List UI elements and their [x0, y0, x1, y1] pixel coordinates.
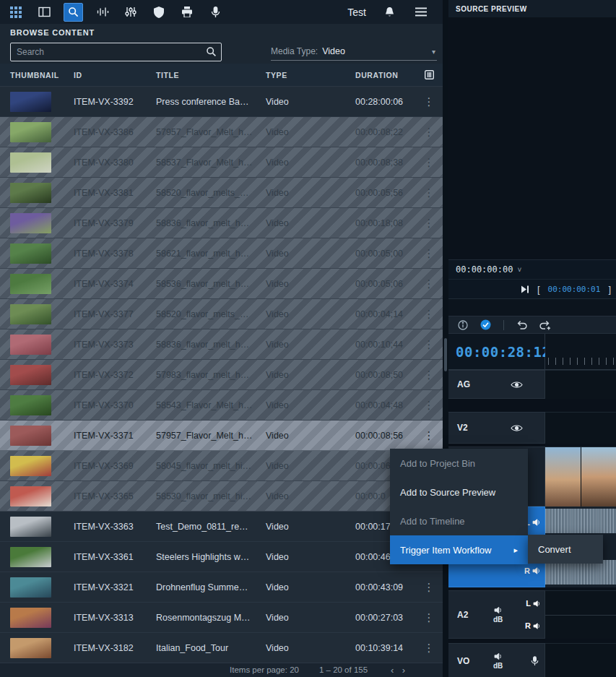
gain-control[interactable]: dB — [493, 606, 503, 623]
items-per-page-value[interactable]: 20 — [290, 665, 299, 674]
track-v2-lane[interactable] — [545, 412, 616, 444]
table-row[interactable]: ITEM-VX-3313 Rosenmontagszug M… Video 00… — [0, 603, 443, 633]
next-page-icon[interactable]: › — [399, 665, 408, 675]
row-menu-icon[interactable]: ⋮ — [424, 642, 435, 653]
eye-icon[interactable] — [511, 424, 523, 432]
table-row[interactable]: ITEM-VX-3381 58520_flavor_melts_… Video … — [0, 178, 443, 208]
prev-page-icon[interactable]: ‹ — [388, 665, 396, 675]
microphone-icon[interactable] — [531, 656, 539, 666]
row-menu-icon[interactable]: ⋮ — [424, 126, 435, 137]
table-row[interactable]: ITEM-VX-3370 58543_Flavor_Melt_h… Video … — [0, 390, 443, 421]
skip-end-icon[interactable] — [521, 285, 529, 293]
table-row[interactable]: ITEM-VX-3386 57957_Flavor_Melt_h… Video … — [0, 117, 443, 147]
row-menu-icon[interactable]: ⋮ — [424, 400, 435, 410]
row-menu-icon[interactable]: ⋮ — [424, 248, 435, 259]
check-circle-icon[interactable] — [480, 319, 491, 330]
timeline-ruler[interactable] — [545, 334, 616, 369]
table-row[interactable]: ITEM-VX-3361 Steelers Highlights w… Vide… — [0, 542, 443, 572]
column-settings-icon[interactable] — [425, 70, 434, 79]
track-v2-header[interactable]: V2 — [448, 412, 545, 444]
thumbnail — [10, 92, 51, 112]
track-ag-lane[interactable] — [545, 370, 616, 399]
table-row[interactable]: ITEM-VX-3392 Press conference Ba… Video … — [0, 87, 443, 117]
row-menu-icon[interactable]: ⋮ — [424, 339, 435, 350]
track-ag[interactable]: AG — [448, 370, 616, 399]
column-header-thumbnail[interactable]: THUMBNAIL — [0, 71, 64, 79]
row-menu-icon[interactable]: ⋮ — [424, 369, 435, 380]
shield-icon[interactable] — [150, 3, 168, 22]
column-header-id[interactable]: ID — [64, 71, 146, 79]
table-row[interactable]: ITEM-VX-3321 Drohnenflug Summe… Video 00… — [0, 572, 443, 603]
table-row[interactable]: ITEM-VX-3373 58836_flavor_melt_h… Video … — [0, 329, 443, 360]
row-menu-icon[interactable]: ⋮ — [424, 96, 435, 107]
source-preview-title: SOURCE PREVIEW — [456, 5, 527, 13]
track-ag-header[interactable]: AG — [448, 370, 545, 399]
undo-icon[interactable] — [516, 320, 527, 330]
add-sequence-icon[interactable] — [539, 320, 551, 330]
table-row[interactable]: ITEM-VX-3372 57983_flavor_melt_h… Video … — [0, 360, 443, 390]
table-row[interactable]: ITEM-VX-3365 58530_flavor_melt_hi… Video… — [0, 481, 443, 512]
audio-waveform-icon[interactable] — [94, 3, 111, 22]
item-type: Video — [256, 400, 345, 410]
playhead-timecode[interactable]: 00:00:28:12 — [448, 334, 545, 369]
video-clip-lane[interactable] — [545, 447, 616, 506]
track-vo[interactable]: VO dB — [448, 643, 616, 677]
column-header-duration[interactable]: DURATION — [345, 71, 419, 79]
menu-icon[interactable] — [412, 3, 430, 22]
panel-divider[interactable] — [443, 0, 448, 677]
item-id: ITEM-VX-3365 — [64, 491, 146, 501]
track-v2[interactable]: V2 — [448, 412, 616, 444]
table-row[interactable]: ITEM-VX-3378 58621_flavor_melt_h… Video … — [0, 238, 443, 269]
row-menu-icon[interactable]: ⋮ — [424, 309, 435, 319]
table-row[interactable]: ITEM-VX-3363 Test_Demo_0811_re… Video 00… — [0, 512, 443, 542]
track-a2-lane[interactable] — [545, 590, 616, 639]
table-row[interactable]: ITEM-VX-3369 58045_flavor_melt_hi… Video… — [0, 451, 443, 481]
table-row[interactable]: ITEM-VX-3371 57957_Flavor_Melt_h… Video … — [0, 421, 443, 451]
search-icon[interactable] — [64, 3, 83, 22]
track-vo-lane[interactable] — [545, 643, 616, 677]
track-a2[interactable]: A2 dB L R — [448, 590, 616, 639]
row-menu-icon[interactable]: ⋮ — [424, 187, 435, 198]
source-preview-header: SOURCE PREVIEW — [448, 0, 616, 17]
table-row[interactable]: ITEM-VX-3377 58520_flavor_melts_… Video … — [0, 299, 443, 329]
context-menu-item[interactable]: Trigger Item Workflow▸ — [390, 535, 528, 564]
layout-columns-icon[interactable] — [35, 3, 53, 22]
bell-icon[interactable] — [381, 3, 398, 22]
search-field-icon[interactable] — [206, 46, 217, 57]
mark-in-icon[interactable]: [ — [537, 284, 540, 295]
row-menu-icon[interactable]: ⋮ — [424, 582, 435, 592]
row-menu-icon[interactable]: ⋮ — [424, 612, 435, 623]
context-menu-item[interactable]: Add to Source Preview — [390, 478, 528, 506]
info-icon[interactable] — [458, 320, 468, 330]
microphone-icon[interactable] — [207, 3, 224, 22]
timecode-chevron-down-icon[interactable]: ˅ — [517, 266, 521, 274]
item-title: 58836_flavor_melt_h… — [146, 218, 256, 228]
context-menu-item[interactable]: Convert — [528, 535, 603, 564]
user-menu[interactable]: Test — [347, 7, 366, 18]
search-input[interactable] — [10, 43, 222, 61]
sliders-icon[interactable] — [122, 3, 139, 22]
clip-thumbnail[interactable] — [581, 447, 616, 506]
gain-control[interactable]: dB — [493, 652, 503, 669]
printer-icon[interactable] — [178, 3, 196, 22]
column-header-type[interactable]: TYPE — [256, 71, 345, 79]
row-menu-icon[interactable]: ⋮ — [424, 430, 435, 441]
apps-icon[interactable] — [7, 3, 25, 22]
clip-thumbnail[interactable] — [545, 447, 581, 506]
track-vo-header[interactable]: VO dB — [448, 643, 545, 677]
context-menu-item[interactable]: Add to Timeline — [390, 506, 528, 535]
column-header-title[interactable]: TITLE — [146, 71, 256, 79]
row-menu-icon[interactable]: ⋮ — [424, 217, 435, 228]
table-row[interactable]: ITEM-VX-3182 Italian_Food_Tour Video 00:… — [0, 633, 443, 663]
row-menu-icon[interactable]: ⋮ — [424, 157, 435, 168]
context-menu-item[interactable]: Add to Project Bin — [390, 449, 528, 478]
row-menu-icon[interactable]: ⋮ — [424, 278, 435, 289]
table-row[interactable]: ITEM-VX-3374 58536_flavor_melt_h… Video … — [0, 269, 443, 299]
table-row[interactable]: ITEM-VX-3379 58836_flavor_melt_h… Video … — [0, 208, 443, 238]
track-a2-header[interactable]: A2 dB L R — [448, 590, 545, 639]
eye-icon[interactable] — [511, 381, 523, 389]
divider-handle[interactable] — [444, 338, 447, 371]
media-type-select[interactable]: Media Type: Video ▾ — [271, 43, 437, 61]
mark-out-icon[interactable]: ] — [608, 284, 611, 295]
table-row[interactable]: ITEM-VX-3380 58537_Flavor_Melt_h… Video … — [0, 147, 443, 178]
